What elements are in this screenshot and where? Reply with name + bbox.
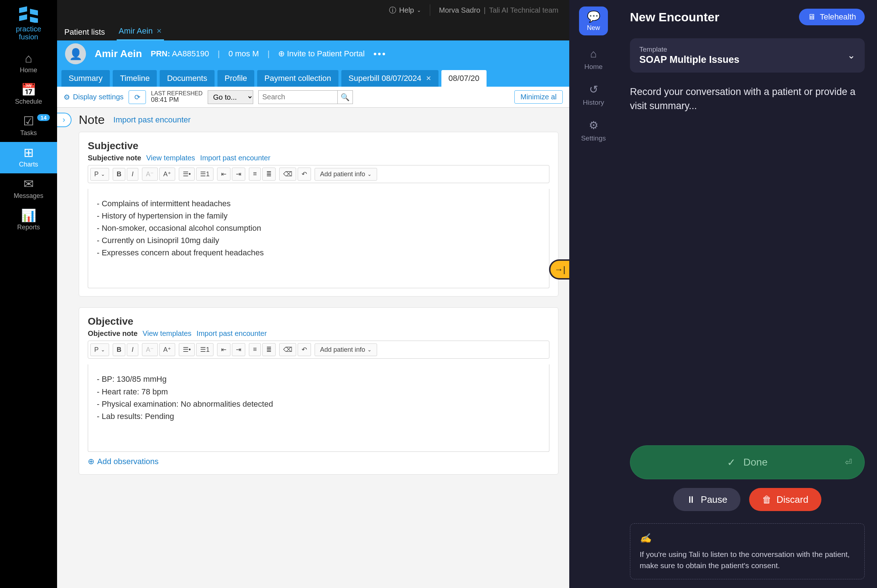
bold-button[interactable]: B [113, 344, 125, 356]
main-column: ⓘHelp⌄ Morva Sadro | Tali AI Technical t… [57, 0, 569, 588]
ol-button[interactable]: ☰1 [196, 168, 213, 181]
subtab-superbill[interactable]: Superbill 08/07/2024✕ [341, 70, 439, 87]
rte-toolbar: P⌄ B I A⁻ A⁺ ☰• ☰1 ⇤ ⇥ [88, 340, 549, 358]
undo-button[interactable]: ↶ [298, 168, 311, 181]
subjective-heading: Subjective [88, 140, 549, 152]
expand-sidebar-button[interactable]: › [57, 113, 72, 127]
undo-button[interactable]: ↶ [298, 343, 311, 356]
paragraph-style-select[interactable]: P⌄ [90, 344, 109, 356]
subtab-encounter[interactable]: 08/07/20 [441, 70, 487, 87]
eraser-button[interactable]: ⌫ [279, 343, 296, 356]
align-right-button[interactable]: ≣ [262, 168, 276, 181]
nav-tasks[interactable]: ☑Tasks14 [0, 111, 57, 142]
discard-button[interactable]: 🗑Discard [749, 488, 822, 511]
tali-settings[interactable]: ⚙Settings [581, 119, 606, 142]
help-menu[interactable]: ⓘHelp⌄ [389, 5, 421, 15]
tali-title: New Encounter [630, 10, 719, 24]
messages-icon: ✉ [0, 178, 57, 190]
signature-icon: ✍ [640, 532, 855, 545]
invite-link[interactable]: ⊕Invite to Patient Portal [278, 49, 364, 58]
collapse-panel-button[interactable]: →| [549, 260, 569, 279]
add-observations-link[interactable]: ⊕Add observations [88, 457, 549, 466]
eraser-button[interactable]: ⌫ [279, 168, 296, 181]
ul-button[interactable]: ☰• [179, 168, 195, 181]
tali-home[interactable]: ⌂Home [585, 48, 603, 71]
close-icon[interactable]: ✕ [156, 27, 162, 35]
tab-patient-lists[interactable]: Patient lists [62, 24, 107, 40]
indent-button[interactable]: ⇥ [232, 343, 245, 356]
subtab-profile[interactable]: Profile [217, 70, 254, 87]
minimize-button[interactable]: Minimize al [514, 90, 563, 104]
nav-charts[interactable]: ⊞Charts [0, 142, 57, 173]
outdent-button[interactable]: ⇤ [217, 343, 231, 356]
note-title: Note [79, 113, 105, 127]
more-menu[interactable]: ••• [373, 48, 387, 60]
help-icon: ⓘ [389, 5, 396, 15]
nav-schedule[interactable]: 📅Schedule [0, 79, 57, 111]
objective-text[interactable]: - BP: 130/85 mmHg - Heart rate: 78 bpm -… [88, 364, 549, 452]
topbar: ⓘHelp⌄ Morva Sadro | Tali AI Technical t… [57, 0, 569, 20]
done-button[interactable]: ✓Done⏎ [630, 446, 865, 479]
goto-select[interactable]: Go to... [208, 90, 253, 104]
content-area: › →| Note Import past encounter Subjecti… [57, 108, 569, 588]
search-button[interactable]: 🔍 [338, 90, 353, 104]
patient-subtabs: Summary Timeline Documents Profile Payme… [57, 67, 569, 87]
view-templates-link[interactable]: View templates [143, 329, 192, 338]
arrow-right-bar-icon: →| [555, 264, 565, 274]
topbar-user[interactable]: Morva Sadro | Tali AI Technical team [439, 6, 558, 15]
pause-button[interactable]: ⏸Pause [673, 488, 741, 511]
add-patient-info-button[interactable]: Add patient info⌄ [315, 168, 377, 181]
ul-button[interactable]: ☰• [179, 343, 195, 356]
chevron-down-icon: ⌄ [367, 171, 372, 177]
ol-button[interactable]: ☰1 [196, 343, 213, 356]
chevron-down-icon: ⌄ [367, 347, 372, 352]
subtab-payment[interactable]: Payment collection [257, 70, 339, 87]
align-left-button[interactable]: ≡ [249, 168, 261, 181]
tali-new-button[interactable]: 💬New [579, 6, 608, 35]
import-encounter-link[interactable]: Import past encounter [113, 115, 191, 124]
search-input[interactable] [258, 90, 338, 104]
add-patient-info-button[interactable]: Add patient info⌄ [315, 344, 377, 356]
font-size-down-button[interactable]: A⁻ [142, 343, 158, 356]
display-settings[interactable]: ⚙Display settings [64, 93, 123, 102]
subtab-documents[interactable]: Documents [160, 70, 214, 87]
outdent-button[interactable]: ⇤ [217, 168, 231, 181]
nav-home[interactable]: ⌂Home [0, 48, 57, 79]
tab-patient[interactable]: Amir Aein✕ [117, 23, 164, 40]
nav-reports[interactable]: 📊Reports [0, 205, 57, 236]
home-icon: ⌂ [590, 48, 597, 60]
reload-button[interactable]: ⟳ [129, 90, 146, 104]
align-left-button[interactable]: ≡ [249, 343, 261, 356]
import-encounter-link[interactable]: Import past encounter [196, 329, 267, 338]
home-icon: ⌂ [0, 52, 57, 64]
align-right-button[interactable]: ≣ [262, 343, 276, 356]
close-icon[interactable]: ✕ [426, 74, 431, 82]
check-icon: ✓ [727, 456, 735, 468]
patient-age: 0 mos M [228, 49, 259, 58]
pf-logo: practice fusion [10, 5, 46, 41]
subtab-timeline[interactable]: Timeline [113, 70, 157, 87]
template-selector[interactable]: Template SOAP Multiple Issues ⌄ [630, 38, 865, 73]
font-size-up-button[interactable]: A⁺ [159, 343, 175, 356]
chat-icon: 💬 [587, 10, 600, 23]
objective-panel: Objective Objective noteView templatesIm… [79, 308, 558, 474]
paragraph-style-select[interactable]: P⌄ [90, 168, 109, 181]
indent-button[interactable]: ⇥ [232, 168, 245, 181]
pause-icon: ⏸ [686, 494, 696, 505]
nav-messages[interactable]: ✉Messages [0, 173, 57, 205]
pf-logo-text: practice fusion [10, 25, 46, 41]
patient-name: Amir Aein [94, 48, 142, 60]
view-templates-link[interactable]: View templates [146, 154, 195, 162]
tali-history[interactable]: ↺History [583, 83, 604, 106]
tali-panel: New Encounter 🖥Telehealth Template SOAP … [618, 0, 877, 588]
subjective-text[interactable]: - Complains of intermittent headaches - … [88, 189, 549, 288]
italic-button[interactable]: I [127, 344, 138, 356]
bold-button[interactable]: B [113, 168, 125, 181]
font-size-up-button[interactable]: A⁺ [159, 168, 175, 181]
telehealth-button[interactable]: 🖥Telehealth [799, 9, 865, 25]
history-icon: ↺ [589, 83, 598, 96]
font-size-down-button[interactable]: A⁻ [142, 168, 158, 181]
italic-button[interactable]: I [127, 168, 138, 181]
subtab-summary[interactable]: Summary [61, 70, 110, 87]
import-encounter-link[interactable]: Import past encounter [200, 154, 271, 162]
